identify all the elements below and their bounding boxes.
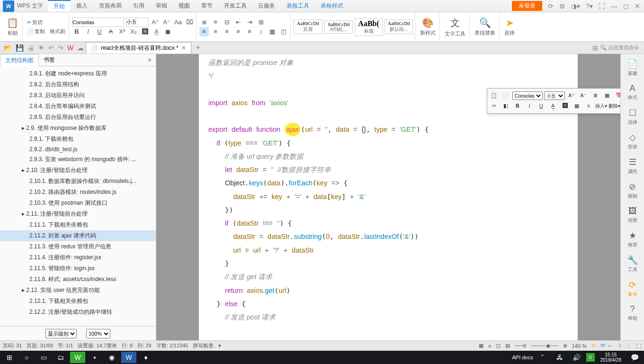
explorer-icon[interactable]: 🗂 (53, 352, 68, 363)
tray-net-icon[interactable]: 🖧 (552, 352, 567, 363)
ide-icon[interactable]: W (70, 352, 85, 363)
rp-limit[interactable]: ⊘限制 (623, 180, 642, 201)
mini-table-icon[interactable]: ▦ (602, 91, 612, 100)
sb-ime-icon[interactable]: ⟳ (591, 343, 596, 349)
menu-tab-tabletool[interactable]: 表格工具 (281, 0, 315, 12)
tree-item[interactable]: ▸ 2.9. 使用 mongoose 操作数据库 (0, 123, 156, 134)
mini-copy-icon[interactable]: 📋 (489, 91, 499, 100)
mini-highlight-icon[interactable]: 🅰 (560, 101, 570, 111)
grid-icon[interactable]: ⊞ (592, 44, 598, 52)
multilevel-button[interactable]: ⊟ (222, 18, 232, 27)
mini-insert-button[interactable]: 插入▾ (595, 101, 607, 111)
level-select[interactable]: 显示级别 (45, 329, 77, 338)
italic-button[interactable]: I (83, 27, 93, 36)
increase-indent-button[interactable]: ⇥ (245, 18, 254, 27)
rp-help[interactable]: ?帮助 (623, 302, 642, 324)
shrink-font-icon[interactable]: A⁻ (162, 18, 171, 27)
redo-icon[interactable]: ↷ (58, 44, 63, 52)
preview-icon[interactable]: 👁 (38, 44, 45, 52)
tree-item[interactable]: 2.10.2. 路由器模块: routes/index.js (0, 187, 156, 198)
tree-item[interactable]: ▸ 2.12. 实现 user 信息完善功能 (0, 285, 156, 296)
tree-item[interactable]: 2.12.1. 下载相关依赖包 (0, 296, 156, 307)
font-name-select[interactable] (72, 18, 124, 27)
tb-api[interactable]: API docs (512, 355, 533, 360)
undo-icon[interactable]: ↶ (48, 44, 54, 52)
clear-fmt-icon[interactable]: ⌧ (185, 18, 194, 27)
line-spacing-button[interactable]: ↕ (256, 27, 266, 36)
tree-item[interactable]: 2.8.4. 后台简单编码并测试 (0, 101, 156, 112)
paste-button[interactable]: 📋粘贴 (5, 16, 20, 37)
sb-col[interactable]: 列: 29 (137, 342, 151, 349)
sb-zoom-out-icon[interactable]: ──⊖ (515, 343, 527, 349)
tree-item[interactable]: ▸ 2.10. 注册/登陆后台处理 (0, 165, 156, 176)
mini-cut-icon[interactable]: ✂ (489, 101, 499, 111)
tray-ime-icon[interactable]: S (586, 353, 595, 362)
tree-item[interactable]: 2.11.6. 样式: assets/css/index.less (0, 274, 156, 285)
sidebar-zoom[interactable]: 100% (86, 329, 110, 338)
sb-spell[interactable]: 拼写检查 (193, 342, 214, 349)
document-page[interactable]: 函数返回的是 promise 对象 */ import axios from '… (199, 54, 578, 340)
tree-item[interactable]: ▸ 2.11. 注册/登陆前台处理 (0, 209, 156, 219)
sb-moon-icon[interactable]: ☽ (617, 343, 621, 349)
tree-item[interactable]: 2.11.2. 封装 ajax 请求代码 (0, 230, 156, 241)
style-title[interactable]: AaBb(标题 (355, 18, 382, 36)
rp-new[interactable]: 📄新建 (623, 57, 642, 79)
mini-border-icon[interactable]: ▦ (572, 101, 582, 111)
style-default[interactable]: AaBbCcDd默认段... (385, 19, 413, 34)
menu-tab-cloud[interactable]: 云服务 (252, 0, 281, 12)
new-style-button[interactable]: 🎨新样式 (418, 16, 438, 37)
bold-button[interactable]: B (72, 27, 81, 36)
sb-sec[interactable]: 节: 1/1 (58, 342, 73, 349)
save-icon[interactable]: 💾 (16, 44, 24, 52)
format-painter-button[interactable]: 格式刷 (48, 27, 67, 36)
subscript-button[interactable]: X₂ (129, 27, 138, 36)
menu-tab-tablestyle[interactable]: 表格样式 (315, 0, 349, 12)
fullscreen-icon[interactable]: ⛶ (599, 2, 605, 10)
select-button[interactable]: ➤选择 (502, 16, 517, 37)
align-center-button[interactable]: ≡ (211, 27, 220, 36)
mini-eraser-icon[interactable]: ◧ (501, 101, 511, 111)
cloud-icon[interactable]: ☁ (77, 44, 84, 52)
align-left-button[interactable]: ≡ (199, 27, 209, 36)
tab-close-icon[interactable]: ✕ (181, 45, 186, 51)
align-right-button[interactable]: ≡ (222, 27, 232, 36)
sb-pos[interactable]: 设置值: 14.7厘米 (78, 342, 117, 349)
strike-button[interactable]: A (106, 27, 116, 36)
mini-delete-button[interactable]: 删除▾ (608, 101, 620, 111)
style-header[interactable]: AaBbCcDd页眉 (294, 19, 322, 34)
tree-item[interactable]: 2.8.2. 后台应用结构 (0, 79, 156, 90)
login-button[interactable]: 未登录 (512, 1, 542, 11)
tree-item[interactable]: 2.8.3. 启动应用并访问 (0, 90, 156, 101)
para-shading-button[interactable]: ◫ (279, 27, 288, 36)
gear-icon[interactable]: ⚙ (559, 2, 565, 10)
sb-zoom-slider[interactable]: ────◉── (531, 343, 558, 349)
sb-pageno[interactable]: 页码: 31 (3, 342, 22, 349)
chrome-icon[interactable]: ◉ (104, 352, 119, 363)
command-search[interactable]: 🔍 点此查找命令 (600, 44, 644, 51)
menu-tab-insert[interactable]: 插入 (71, 0, 93, 12)
sb-ime-text[interactable]: 中 ꕀ (600, 342, 612, 349)
sb-view4-icon[interactable]: ▤ (505, 343, 510, 349)
wps-taskbar-icon[interactable]: W (121, 352, 136, 363)
mini-grow-icon[interactable]: A⁺ (566, 91, 577, 100)
menu-tab-layout[interactable]: 页面布局 (93, 0, 127, 12)
tree-item[interactable]: 2.9.2. db/db_test.js (0, 145, 156, 154)
sb-chars[interactable]: 字数: 1/12345 (156, 342, 188, 349)
sb-zoom[interactable]: 140 % (572, 343, 587, 349)
taskbar-clock[interactable]: 15:152018/4/28 (597, 352, 626, 363)
mini-italic-icon[interactable]: I (524, 101, 535, 111)
menu-tab-view[interactable]: 视图 (173, 0, 196, 12)
underline-button[interactable]: U (95, 27, 104, 36)
sync-icon[interactable]: ⟳ (548, 2, 554, 10)
mini-shrink-icon[interactable]: A⁻ (578, 91, 589, 100)
rp-shape[interactable]: ◇形状 (623, 130, 642, 152)
rp-upload[interactable]: 🖼传图 (623, 204, 642, 226)
mini-bold-icon[interactable]: B (512, 101, 523, 111)
mini-align-icon[interactable]: ≡ (583, 101, 594, 111)
sb-view1-icon[interactable]: ▦ (479, 343, 483, 349)
notifications-icon[interactable]: 💬 (627, 352, 642, 363)
tree-item[interactable]: 2.11.5. 登陆组件: login.jsx (0, 263, 156, 274)
tree-item[interactable]: 2.8.1. 创建 node+express 应用 (0, 68, 156, 79)
minimize-icon[interactable]: — (611, 2, 617, 10)
menu-tab-section[interactable]: 章节 (196, 0, 218, 12)
